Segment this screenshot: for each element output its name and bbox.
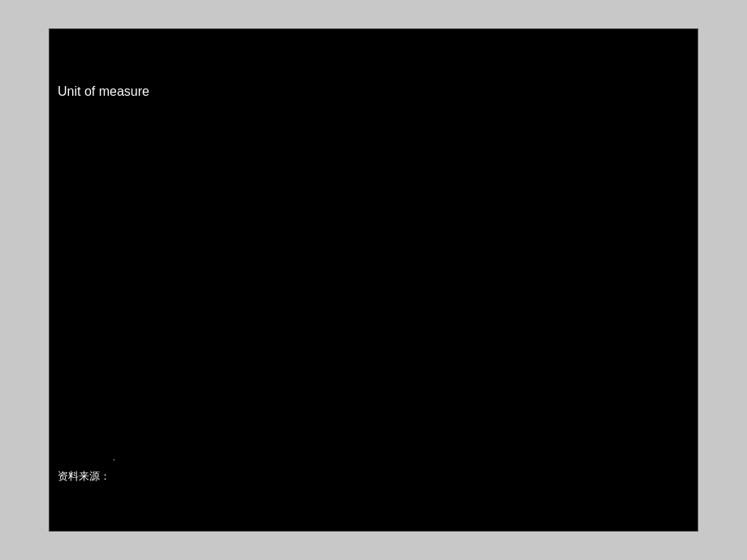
unit-of-measure-text: Unit of measure	[58, 84, 149, 99]
dot-indicator: ·	[113, 455, 115, 464]
source-label: 资料来源：	[58, 469, 110, 484]
main-panel: Unit of measure · 资料来源：	[49, 28, 698, 532]
